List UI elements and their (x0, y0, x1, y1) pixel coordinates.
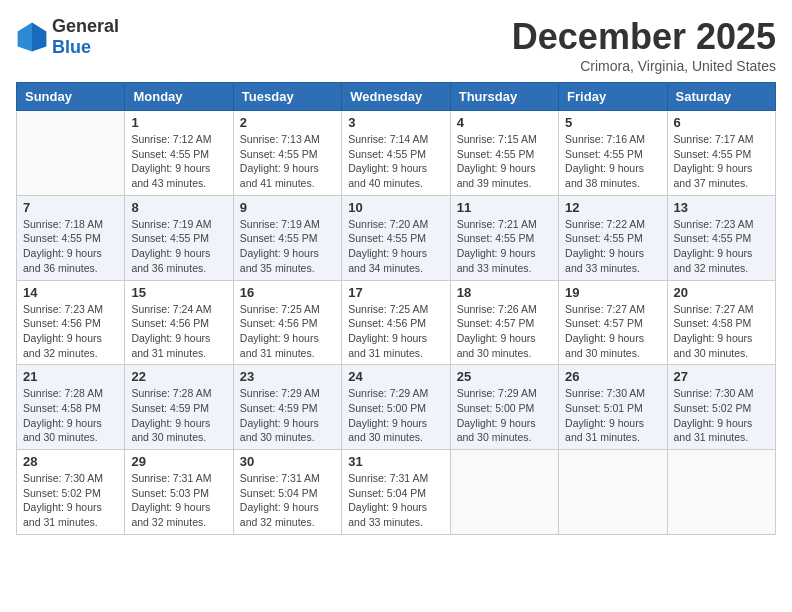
sunrise-text: Sunrise: 7:21 AM (457, 218, 537, 230)
daylight-text: Daylight: 9 hours and 30 minutes. (457, 332, 536, 359)
day-info: Sunrise: 7:15 AMSunset: 4:55 PMDaylight:… (457, 132, 552, 191)
daylight-text: Daylight: 9 hours and 30 minutes. (457, 417, 536, 444)
sunrise-text: Sunrise: 7:15 AM (457, 133, 537, 145)
title-section: December 2025 Crimora, Virginia, United … (512, 16, 776, 74)
day-info: Sunrise: 7:27 AMSunset: 4:58 PMDaylight:… (674, 302, 769, 361)
day-number: 7 (23, 200, 118, 215)
sunset-text: Sunset: 5:00 PM (457, 402, 535, 414)
calendar-cell: 27Sunrise: 7:30 AMSunset: 5:02 PMDayligh… (667, 365, 775, 450)
calendar-cell (559, 450, 667, 535)
daylight-text: Daylight: 9 hours and 32 minutes. (240, 501, 319, 528)
daylight-text: Daylight: 9 hours and 43 minutes. (131, 162, 210, 189)
daylight-text: Daylight: 9 hours and 33 minutes. (348, 501, 427, 528)
sunset-text: Sunset: 4:55 PM (23, 232, 101, 244)
sunrise-text: Sunrise: 7:27 AM (674, 303, 754, 315)
day-info: Sunrise: 7:18 AMSunset: 4:55 PMDaylight:… (23, 217, 118, 276)
daylight-text: Daylight: 9 hours and 32 minutes. (23, 332, 102, 359)
sunrise-text: Sunrise: 7:23 AM (674, 218, 754, 230)
day-number: 1 (131, 115, 226, 130)
daylight-text: Daylight: 9 hours and 30 minutes. (131, 417, 210, 444)
day-info: Sunrise: 7:23 AMSunset: 4:55 PMDaylight:… (674, 217, 769, 276)
daylight-text: Daylight: 9 hours and 31 minutes. (565, 417, 644, 444)
daylight-text: Daylight: 9 hours and 38 minutes. (565, 162, 644, 189)
sunset-text: Sunset: 4:56 PM (348, 317, 426, 329)
calendar-cell: 5Sunrise: 7:16 AMSunset: 4:55 PMDaylight… (559, 111, 667, 196)
day-number: 31 (348, 454, 443, 469)
sunset-text: Sunset: 4:55 PM (565, 232, 643, 244)
sunset-text: Sunset: 4:55 PM (348, 148, 426, 160)
sunrise-text: Sunrise: 7:17 AM (674, 133, 754, 145)
daylight-text: Daylight: 9 hours and 40 minutes. (348, 162, 427, 189)
sunset-text: Sunset: 5:03 PM (131, 487, 209, 499)
day-info: Sunrise: 7:12 AMSunset: 4:55 PMDaylight:… (131, 132, 226, 191)
weekday-header-tuesday: Tuesday (233, 83, 341, 111)
calendar-week-row: 21Sunrise: 7:28 AMSunset: 4:58 PMDayligh… (17, 365, 776, 450)
day-info: Sunrise: 7:31 AMSunset: 5:03 PMDaylight:… (131, 471, 226, 530)
calendar-cell (667, 450, 775, 535)
day-info: Sunrise: 7:29 AMSunset: 5:00 PMDaylight:… (457, 386, 552, 445)
calendar-cell: 14Sunrise: 7:23 AMSunset: 4:56 PMDayligh… (17, 280, 125, 365)
calendar-cell: 8Sunrise: 7:19 AMSunset: 4:55 PMDaylight… (125, 195, 233, 280)
page-header: General Blue December 2025 Crimora, Virg… (16, 16, 776, 74)
sunset-text: Sunset: 4:55 PM (674, 232, 752, 244)
calendar-week-row: 7Sunrise: 7:18 AMSunset: 4:55 PMDaylight… (17, 195, 776, 280)
calendar-cell: 19Sunrise: 7:27 AMSunset: 4:57 PMDayligh… (559, 280, 667, 365)
calendar-cell: 23Sunrise: 7:29 AMSunset: 4:59 PMDayligh… (233, 365, 341, 450)
svg-marker-1 (32, 23, 46, 52)
sunrise-text: Sunrise: 7:23 AM (23, 303, 103, 315)
calendar-cell: 4Sunrise: 7:15 AMSunset: 4:55 PMDaylight… (450, 111, 558, 196)
sunset-text: Sunset: 4:56 PM (131, 317, 209, 329)
daylight-text: Daylight: 9 hours and 31 minutes. (240, 332, 319, 359)
calendar-cell: 31Sunrise: 7:31 AMSunset: 5:04 PMDayligh… (342, 450, 450, 535)
day-info: Sunrise: 7:31 AMSunset: 5:04 PMDaylight:… (240, 471, 335, 530)
sunrise-text: Sunrise: 7:31 AM (348, 472, 428, 484)
sunrise-text: Sunrise: 7:24 AM (131, 303, 211, 315)
daylight-text: Daylight: 9 hours and 30 minutes. (348, 417, 427, 444)
day-number: 6 (674, 115, 769, 130)
calendar-cell (17, 111, 125, 196)
day-info: Sunrise: 7:23 AMSunset: 4:56 PMDaylight:… (23, 302, 118, 361)
daylight-text: Daylight: 9 hours and 31 minutes. (674, 417, 753, 444)
calendar-table: SundayMondayTuesdayWednesdayThursdayFrid… (16, 82, 776, 535)
sunset-text: Sunset: 5:02 PM (23, 487, 101, 499)
day-info: Sunrise: 7:30 AMSunset: 5:02 PMDaylight:… (23, 471, 118, 530)
sunrise-text: Sunrise: 7:29 AM (240, 387, 320, 399)
day-number: 3 (348, 115, 443, 130)
logo: General Blue (16, 16, 119, 58)
calendar-cell: 22Sunrise: 7:28 AMSunset: 4:59 PMDayligh… (125, 365, 233, 450)
svg-marker-2 (18, 23, 32, 52)
sunset-text: Sunset: 5:00 PM (348, 402, 426, 414)
calendar-cell: 20Sunrise: 7:27 AMSunset: 4:58 PMDayligh… (667, 280, 775, 365)
daylight-text: Daylight: 9 hours and 31 minutes. (131, 332, 210, 359)
day-info: Sunrise: 7:24 AMSunset: 4:56 PMDaylight:… (131, 302, 226, 361)
day-number: 17 (348, 285, 443, 300)
logo-blue: Blue (52, 37, 91, 57)
sunset-text: Sunset: 4:55 PM (131, 148, 209, 160)
daylight-text: Daylight: 9 hours and 35 minutes. (240, 247, 319, 274)
sunset-text: Sunset: 4:58 PM (23, 402, 101, 414)
day-info: Sunrise: 7:30 AMSunset: 5:01 PMDaylight:… (565, 386, 660, 445)
sunset-text: Sunset: 4:55 PM (240, 232, 318, 244)
calendar-cell: 1Sunrise: 7:12 AMSunset: 4:55 PMDaylight… (125, 111, 233, 196)
daylight-text: Daylight: 9 hours and 41 minutes. (240, 162, 319, 189)
day-number: 20 (674, 285, 769, 300)
sunrise-text: Sunrise: 7:28 AM (23, 387, 103, 399)
day-number: 8 (131, 200, 226, 215)
sunrise-text: Sunrise: 7:22 AM (565, 218, 645, 230)
sunrise-text: Sunrise: 7:19 AM (131, 218, 211, 230)
weekday-header-sunday: Sunday (17, 83, 125, 111)
sunrise-text: Sunrise: 7:31 AM (131, 472, 211, 484)
calendar-cell: 7Sunrise: 7:18 AMSunset: 4:55 PMDaylight… (17, 195, 125, 280)
weekday-header-monday: Monday (125, 83, 233, 111)
calendar-cell: 3Sunrise: 7:14 AMSunset: 4:55 PMDaylight… (342, 111, 450, 196)
day-number: 9 (240, 200, 335, 215)
daylight-text: Daylight: 9 hours and 30 minutes. (240, 417, 319, 444)
day-number: 10 (348, 200, 443, 215)
calendar-cell: 11Sunrise: 7:21 AMSunset: 4:55 PMDayligh… (450, 195, 558, 280)
day-number: 16 (240, 285, 335, 300)
calendar-week-row: 14Sunrise: 7:23 AMSunset: 4:56 PMDayligh… (17, 280, 776, 365)
calendar-cell: 2Sunrise: 7:13 AMSunset: 4:55 PMDaylight… (233, 111, 341, 196)
calendar-week-row: 28Sunrise: 7:30 AMSunset: 5:02 PMDayligh… (17, 450, 776, 535)
day-number: 12 (565, 200, 660, 215)
sunset-text: Sunset: 4:56 PM (240, 317, 318, 329)
